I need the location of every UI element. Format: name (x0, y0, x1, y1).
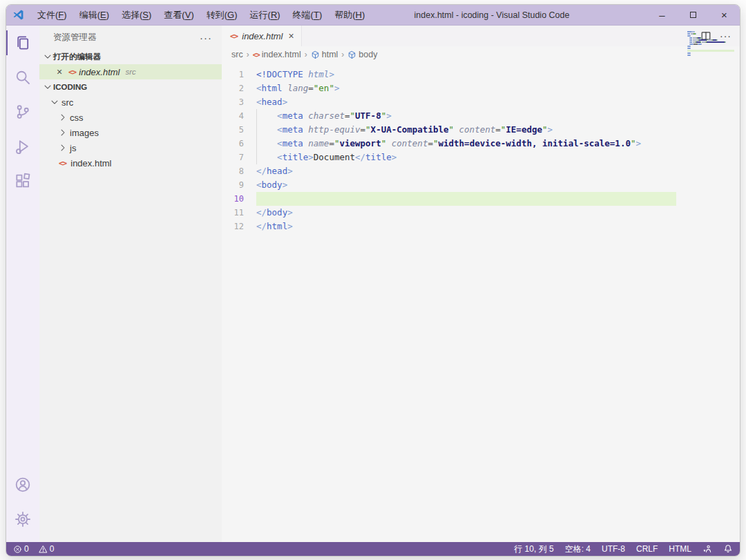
code-line-5[interactable]: 5 <meta http-equiv="X-UA-Compatible" con… (222, 123, 676, 137)
menu-h[interactable]: 帮助(H) (328, 5, 371, 25)
tree-item-src[interactable]: src (39, 95, 222, 110)
code-line-3[interactable]: 3<head> (222, 95, 676, 109)
status-indentation[interactable]: 空格: 4 (565, 543, 591, 555)
status-cursor-position[interactable]: 行 10, 列 5 (514, 543, 553, 555)
status-notifications-button[interactable] (723, 544, 733, 554)
problems-errors[interactable]: 0 (13, 544, 29, 554)
menu-e[interactable]: 编辑(E) (73, 5, 115, 25)
code-line-2[interactable]: 2<html lang="en"> (222, 81, 676, 95)
breadcrumb-separator: › (305, 50, 307, 59)
code-line-8[interactable]: 8</head> (222, 164, 676, 178)
html-file-icon: <> (59, 159, 66, 168)
editor-group: <> index.html × ··· src›<>index.html›htm… (222, 26, 740, 542)
breadcrumb-item-index.html[interactable]: <>index.html (253, 50, 301, 59)
menu-f[interactable]: 文件(F) (31, 5, 73, 25)
menu-s[interactable]: 选择(S) (115, 5, 157, 25)
status-end-of-line[interactable]: CRLF (636, 544, 658, 554)
sidebar-more-actions-icon[interactable]: ··· (200, 32, 212, 44)
search-icon (15, 69, 31, 86)
status-feedback-button[interactable] (702, 544, 712, 554)
maximize-icon (690, 12, 696, 18)
activity-source-control-button[interactable] (6, 95, 39, 129)
close-editor-icon[interactable]: × (55, 66, 64, 77)
code-line-text: </head> (244, 164, 676, 178)
code-line-text: </body> (244, 206, 676, 220)
problems-warnings[interactable]: 0 (39, 544, 55, 554)
minimap-line (687, 52, 734, 54)
run-debug-icon (15, 138, 31, 155)
code-line-10[interactable]: 10 (222, 192, 676, 206)
tab-index-html[interactable]: <> index.html × (222, 26, 302, 46)
sidebar-title: 资源管理器 (53, 32, 97, 44)
menu-r[interactable]: 运行(R) (244, 5, 287, 25)
close-window-button[interactable]: × (709, 5, 740, 25)
tab-label: index.html (242, 31, 283, 41)
code-line-11[interactable]: 11</body> (222, 206, 676, 220)
tab-close-icon[interactable]: × (289, 30, 294, 41)
minimap-line (687, 41, 734, 43)
code-editor[interactable]: 1<!DOCTYPE html>2<html lang="en">3<head>… (222, 63, 740, 542)
activity-extensions-button[interactable] (6, 164, 39, 198)
tree-item-js[interactable]: js (39, 140, 222, 155)
chevron-down-icon (42, 81, 53, 93)
source-control-icon (15, 104, 31, 120)
breadcrumb-item-body[interactable]: body (347, 50, 377, 59)
status-encoding[interactable]: UTF-8 (602, 544, 625, 554)
minimap-line (687, 35, 734, 37)
window-controls: – × (647, 5, 740, 25)
minimap-line (687, 50, 734, 52)
breadcrumb-item-html[interactable]: html (311, 50, 338, 59)
minimap-line (687, 37, 734, 39)
code-line-text (244, 192, 676, 206)
minimize-button[interactable]: – (647, 5, 678, 25)
activity-account-button[interactable] (6, 467, 39, 502)
open-editor-item-index.html[interactable]: ×<>index.htmlsrc (39, 64, 222, 79)
breadcrumb-item-src[interactable]: src (231, 50, 243, 59)
activity-run-debug-button[interactable] (6, 129, 39, 164)
code-line-7[interactable]: 7 <title>Document</title> (222, 151, 676, 164)
activity-search-button[interactable] (6, 60, 39, 95)
code-line-6[interactable]: 6 <meta name="viewport" content="width=d… (222, 137, 676, 151)
minimap-line (687, 55, 734, 56)
html-file-icon: <> (230, 32, 238, 41)
code-line-4[interactable]: 4 <meta charset="UTF-8"> (222, 109, 676, 123)
account-icon (15, 476, 31, 493)
menu-g[interactable]: 转到(G) (200, 5, 244, 25)
breadcrumb-separator: › (247, 50, 249, 59)
activity-bar (6, 26, 39, 542)
code-line-text: </html> (244, 220, 676, 233)
status-language-mode[interactable]: HTML (669, 544, 691, 554)
html-file-icon: <> (253, 51, 260, 59)
line-number: 3 (222, 95, 244, 109)
open-editors-section-header[interactable]: 打开的编辑器 (39, 49, 222, 64)
minimap[interactable] (687, 31, 734, 57)
line-number: 9 (222, 178, 244, 192)
feedback-icon (702, 544, 712, 554)
menu-t[interactable]: 终端(T) (287, 5, 329, 25)
code-line-text: <body> (244, 178, 676, 192)
extensions-icon (15, 173, 31, 189)
tree-item-index.html[interactable]: <>index.html (39, 155, 222, 171)
activity-settings-button[interactable] (6, 502, 39, 537)
tree-item-css[interactable]: css (39, 110, 222, 125)
line-number: 7 (222, 151, 244, 164)
tab-bar: <> index.html × ··· (222, 26, 740, 46)
window-title: index.html - icoding - Visual Studio Cod… (414, 10, 570, 20)
symbol-cube-icon (347, 50, 356, 59)
activity-explorer-button[interactable] (6, 26, 39, 60)
minimap-line (687, 33, 734, 35)
gear-icon (15, 511, 31, 528)
tree-item-images[interactable]: images (39, 125, 222, 140)
menu-bar: 文件(F)编辑(E)选择(S)查看(V)转到(G)运行(R)终端(T)帮助(H) (31, 5, 371, 25)
folder-section-header[interactable]: ICODING (39, 79, 222, 95)
line-number: 8 (222, 164, 244, 178)
chevron-down-icon (49, 97, 60, 108)
bell-icon (723, 544, 733, 554)
minimap-line (687, 31, 734, 32)
code-line-1[interactable]: 1<!DOCTYPE html> (222, 68, 676, 81)
code-line-12[interactable]: 12</html> (222, 220, 676, 233)
menu-v[interactable]: 查看(V) (157, 5, 200, 25)
code-line-9[interactable]: 9<body> (222, 178, 676, 192)
line-number: 10 (222, 192, 244, 206)
maximize-button[interactable] (678, 5, 709, 25)
